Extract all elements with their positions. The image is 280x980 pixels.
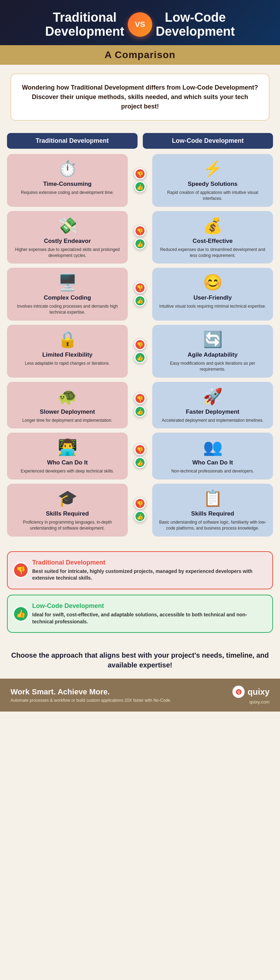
low-desc-5: Non-technical professionals and develope…: [158, 468, 268, 474]
trad-icon-4: 🐢: [12, 387, 123, 406]
low-title-3: Agile Adaptability: [158, 352, 268, 358]
low-icon-4: 🚀: [158, 387, 268, 406]
low-icon-5: 👥: [158, 438, 268, 457]
trad-card-6: 🎓 Skills Required Proficiency in program…: [7, 484, 128, 536]
quixy-url: quixy.com: [232, 699, 269, 705]
trad-desc-3: Less adaptable to rapid changes or itera…: [12, 361, 123, 366]
thumbs-up-badge-4: 👍: [134, 406, 146, 417]
low-icon-2: 😊: [158, 273, 268, 291]
row-pair-1: 💸 Costly Endeavor Higher expenses due to…: [7, 211, 273, 264]
low-card-6: 📋 Skills Required Basic understanding of…: [152, 484, 273, 536]
thumbs-down-badge-4: 👎: [134, 393, 146, 404]
thumbs-down-badge-6: 👎: [134, 498, 146, 509]
trad-icon-2: 🖥️: [12, 273, 123, 291]
low-icon-1: 💰: [158, 216, 268, 235]
low-desc-6: Basic understanding of software logic, f…: [158, 519, 268, 531]
trad-icon-0: ⏱️: [12, 159, 123, 178]
thumbs-up-badge-3: 👍: [134, 352, 146, 363]
header: TraditionalDevelopment VS Low-CodeDevelo…: [0, 0, 280, 45]
low-title-4: Faster Deployment: [158, 409, 268, 415]
trad-summary-desc: Best suited for intricate, highly custom…: [32, 568, 265, 582]
low-desc-0: Rapid creation of applications with intu…: [158, 190, 268, 202]
trad-desc-5: Experienced developers with deep technic…: [12, 468, 123, 474]
low-desc-1: Reduced expenses due to streamlined deve…: [158, 247, 268, 259]
trad-title-2: Complex Coding: [12, 294, 123, 301]
center-badges-2: 👎 👍: [134, 282, 146, 306]
subtitle-text: A Comparison: [105, 49, 175, 60]
row-pair-3: 🔒 Limited Flexibility Less adaptable to …: [7, 325, 273, 378]
trad-title-0: Time-Consuming: [12, 181, 123, 188]
center-badges-6: 👎 👍: [134, 498, 146, 522]
thumbs-down-badge-1: 👎: [134, 225, 146, 237]
low-desc-4: Accelerated deployment and implementatio…: [158, 418, 268, 423]
low-card-2: 😊 User-Friendly Intuitive visual tools r…: [152, 268, 273, 321]
trad-desc-4: Longer time for deployment and implement…: [12, 418, 123, 423]
low-icon-6: 📋: [158, 489, 268, 508]
footer: Work Smart. Achieve More. Automate proce…: [0, 679, 280, 711]
row-pair-2: 🖥️ Complex Coding Involves intricate cod…: [7, 268, 273, 321]
trad-desc-0: Requires extensive coding and developmen…: [12, 190, 123, 196]
center-badges-5: 👎 👍: [134, 444, 146, 468]
trad-title-1: Costly Endeavor: [12, 238, 123, 245]
trad-col-header: Traditional Development: [7, 133, 138, 149]
trad-title-4: Slower Deployment: [12, 409, 123, 415]
header-lowcode-title: Low-CodeDevelopment: [156, 11, 235, 38]
trad-title-3: Limited Flexibility: [12, 352, 123, 358]
footer-left: Work Smart. Achieve More. Automate proce…: [11, 687, 172, 703]
center-badges-0: 👎 👍: [134, 169, 146, 192]
thumbs-down-badge-5: 👎: [134, 444, 146, 455]
svg-text:Q: Q: [237, 690, 240, 694]
row-pair-0: ⏱️ Time-Consuming Requires extensive cod…: [7, 154, 273, 207]
thumbs-down-badge-0: 👎: [134, 169, 146, 180]
subtitle-bar: A Comparison: [0, 45, 280, 65]
quixy-logo: Q quixy: [232, 686, 269, 698]
center-badges-1: 👎 👍: [134, 225, 146, 250]
cta-section: Choose the approach that aligns best wit…: [0, 643, 280, 679]
low-icon-3: 🔄: [158, 330, 268, 348]
trad-card-5: 👨‍💻 Who Can Do It Experienced developers…: [7, 433, 128, 479]
comparison-section: Traditional Development Low-Code Develop…: [0, 129, 280, 548]
thumbs-up-badge-5: 👍: [134, 457, 146, 468]
cta-text: Choose the approach that aligns best wit…: [11, 650, 269, 670]
thumbs-up-badge-6: 👍: [134, 511, 146, 522]
row-pair-6: 🎓 Skills Required Proficiency in program…: [7, 484, 273, 536]
row-pair-4: 🐢 Slower Deployment Longer time for depl…: [7, 382, 273, 429]
low-summary-icon: 👍: [13, 606, 29, 622]
row-pair-5: 👨‍💻 Who Can Do It Experienced developers…: [7, 433, 273, 479]
low-summary-desc: Ideal for swift, cost-effective, and ada…: [32, 611, 265, 625]
trad-desc-2: Involves intricate coding processes and …: [12, 304, 123, 315]
trad-desc-1: Higher expenses due to specialized skill…: [12, 247, 123, 259]
header-traditional-title: TraditionalDevelopment: [45, 11, 124, 38]
trad-summary-box: 👎 Traditional Development Best suited fo…: [7, 551, 273, 589]
low-title-0: Speedy Solutions: [158, 181, 268, 188]
thumbs-up-badge-2: 👍: [134, 295, 146, 306]
low-summary-box: 👍 Low-Code Development Ideal for swift, …: [7, 595, 273, 633]
low-desc-3: Easy modifications and quick iterations …: [158, 361, 268, 372]
trad-card-4: 🐢 Slower Deployment Longer time for depl…: [7, 382, 128, 429]
trad-desc-6: Proficiency in programming languages, in…: [12, 519, 123, 531]
footer-tagline: Work Smart. Achieve More.: [11, 687, 172, 697]
trad-icon-5: 👨‍💻: [12, 438, 123, 457]
trad-summary-icon: 👎: [13, 562, 29, 578]
trad-title-6: Skills Required: [12, 510, 123, 517]
low-icon-0: ⚡: [158, 159, 268, 178]
low-title-6: Skills Required: [158, 510, 268, 517]
thumbs-up-badge-1: 👍: [134, 239, 146, 250]
low-desc-2: Intuitive visual tools requiring minimal…: [158, 304, 268, 309]
low-card-5: 👥 Who Can Do It Non-technical profession…: [152, 433, 273, 479]
low-card-4: 🚀 Faster Deployment Accelerated deployme…: [152, 382, 273, 429]
trad-card-1: 💸 Costly Endeavor Higher expenses due to…: [7, 211, 128, 264]
footer-right: Q quixy quixy.com: [232, 686, 269, 705]
center-badges-3: 👎 👍: [134, 339, 146, 363]
intro-box: Wondering how Traditional Development di…: [11, 73, 269, 121]
trad-card-0: ⏱️ Time-Consuming Requires extensive cod…: [7, 154, 128, 207]
thumbs-down-badge-3: 👎: [134, 339, 146, 350]
low-title-1: Cost-Effective: [158, 238, 268, 245]
quixy-name: quixy: [247, 687, 269, 697]
trad-icon-1: 💸: [12, 216, 123, 235]
summary-section: 👎 Traditional Development Best suited fo…: [0, 548, 280, 643]
low-title-2: User-Friendly: [158, 294, 268, 301]
low-card-1: 💰 Cost-Effective Reduced expenses due to…: [152, 211, 273, 264]
intro-section: Wondering how Traditional Development di…: [0, 65, 280, 129]
trad-title-5: Who Can Do It: [12, 459, 123, 466]
